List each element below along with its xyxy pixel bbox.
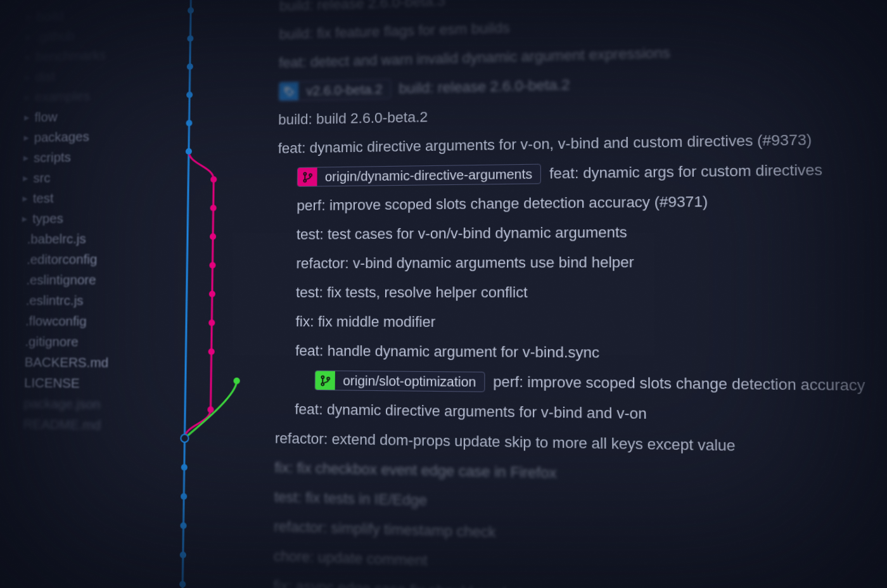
chevron-right-icon: ▶ [22, 175, 29, 181]
ref-pill[interactable]: v2.6.0-beta.2 [279, 79, 392, 101]
tree-item-label: .babelrc.js [27, 231, 86, 247]
commit-row[interactable]: test: fix tests, resolve helper conflict [161, 277, 887, 308]
commit-message: chore: update comment [274, 547, 428, 570]
commit-message: feat: dynamic directive arguments for v-… [295, 400, 647, 423]
ref-pill-label: v2.6.0-beta.2 [298, 82, 390, 99]
svg-point-28 [321, 383, 324, 385]
tree-item-label: .github [36, 28, 75, 44]
tree-folder-src[interactable]: ▶src [8, 166, 163, 189]
commit-message: build: fix feature flags for esm builds [279, 20, 509, 43]
commit-message: fix: fix middle modifier [295, 313, 435, 331]
tree-item-label: package.json [23, 395, 101, 412]
tree-item-label: scripts [34, 150, 71, 165]
commit-message: feat: dynamic args for custom directives [549, 161, 822, 182]
chevron-right-icon: ▶ [23, 134, 29, 141]
svg-point-24 [303, 172, 306, 175]
tree-item-label: .eslintignore [26, 272, 96, 287]
tree-file-readme-md[interactable]: README.md [3, 413, 160, 437]
tree-item-label: .gitignore [25, 334, 79, 350]
tree-folder-test[interactable]: ▶test [7, 186, 163, 208]
tree-item-label: .flowconfig [25, 313, 87, 329]
tree-item-label: examples [35, 88, 90, 105]
commit-message: refactor: simplify timestamp check [274, 518, 495, 542]
commit-message: test: fix tests, resolve helper conflict [296, 284, 528, 302]
tree-folder-scripts[interactable]: ▶scripts [8, 145, 164, 168]
commit-message: feat: detect and warn invalid dynamic ar… [279, 44, 670, 72]
tree-item-label: README.md [23, 416, 101, 433]
tree-file-package-json[interactable]: package.json [3, 393, 160, 416]
commit-row[interactable]: test: test cases for v-on/v-bind dynamic… [162, 215, 887, 250]
tree-folder-examples[interactable]: ▶examples [10, 84, 165, 108]
svg-point-29 [327, 377, 329, 380]
git-history-panel: build: release 2.6.0-beta.3build: fix fe… [156, 0, 887, 588]
tree-item-label: test [33, 191, 54, 206]
commit-message: feat: handle dynamic argument for v-bind… [295, 342, 599, 362]
file-tree-sidebar: ▶build▶.github▶benchmarks▶dist▶examples▶… [0, 0, 166, 588]
ref-pill-label: origin/dynamic-directive-arguments [317, 166, 540, 184]
commit-message: feat: dynamic directive arguments for v-… [278, 131, 812, 157]
commit-message: perf: improve scoped slots change detect… [297, 193, 708, 214]
git-branch-icon [316, 370, 335, 390]
ref-pill[interactable]: origin/dynamic-directive-arguments [297, 164, 541, 187]
chevron-right-icon: ▶ [23, 114, 30, 120]
commit-message: perf: improve scoped slots change detect… [493, 373, 865, 395]
tree-item-label: packages [34, 129, 89, 145]
tree-file--babelrc-js[interactable]: .babelrc.js [6, 228, 163, 250]
tree-item-label: flow [34, 109, 57, 125]
tree-item-label: src [33, 170, 50, 185]
tree-file-backers-md[interactable]: BACKERS.md [4, 352, 161, 374]
tree-item-label: types [32, 211, 63, 227]
chevron-right-icon: ▶ [25, 34, 32, 40]
commit-row[interactable]: fix: fix middle modifier [161, 307, 887, 340]
tree-item-label: build [37, 8, 64, 24]
tree-item-label: dist [35, 69, 56, 85]
commit-list: build: release 2.6.0-beta.3build: fix fe… [156, 0, 887, 588]
svg-point-25 [303, 179, 306, 182]
commit-message: build: build 2.6.0-beta.2 [278, 108, 428, 128]
tree-folder-types[interactable]: ▶types [7, 207, 163, 229]
tree-file--gitignore[interactable]: .gitignore [4, 331, 161, 353]
tree-file-license[interactable]: LICENSE [3, 372, 160, 394]
svg-point-26 [309, 174, 312, 176]
git-branch-icon [298, 167, 317, 187]
commit-message: build: release 2.6.0-beta.2 [399, 76, 570, 97]
tree-folder-packages[interactable]: ▶packages [8, 125, 164, 148]
tree-file--eslintrc-js[interactable]: .eslintrc.js [5, 290, 162, 311]
tag-icon [279, 81, 299, 101]
commit-message: test: fix tests in IE/Edge [274, 489, 427, 509]
tree-item-label: LICENSE [24, 375, 80, 391]
app-root: ▶build▶.github▶benchmarks▶dist▶examples▶… [0, 0, 887, 588]
tree-item-label: .eslintrc.js [26, 293, 84, 308]
tree-file--editorconfig[interactable]: .editorconfig [6, 248, 162, 269]
svg-point-23 [286, 89, 288, 90]
chevron-right-icon: ▶ [23, 155, 29, 161]
tree-item-label: benchmarks [35, 48, 106, 65]
tree-item-label: .editorconfig [27, 252, 98, 267]
chevron-right-icon: ▶ [25, 54, 31, 60]
commit-message: test: test cases for v-on/v-bind dynamic… [297, 224, 627, 243]
svg-point-27 [321, 376, 324, 378]
ref-pill-label: origin/slot-optimization [335, 373, 485, 390]
tree-folder-flow[interactable]: ▶flow [9, 105, 164, 128]
ref-pill[interactable]: origin/slot-optimization [315, 370, 485, 392]
commit-row[interactable]: refactor: v-bind dynamic arguments use b… [162, 246, 887, 278]
commit-message: build: release 2.6.0-beta.3 [279, 0, 445, 15]
chevron-right-icon: ▶ [25, 14, 32, 20]
tree-file--flowconfig[interactable]: .flowconfig [4, 310, 161, 331]
tree-file--eslintignore[interactable]: .eslintignore [5, 269, 162, 290]
chevron-right-icon: ▶ [24, 94, 30, 100]
commit-message: fix: fix checkbox event edge case in Fir… [274, 459, 556, 483]
commit-message: refactor: extend dom-props update skip t… [275, 430, 736, 455]
commit-message: refactor: v-bind dynamic arguments use b… [296, 253, 634, 272]
tree-item-label: BACKERS.md [25, 354, 109, 371]
chevron-right-icon: ▶ [22, 215, 28, 222]
chevron-right-icon: ▶ [22, 195, 28, 201]
chevron-right-icon: ▶ [24, 74, 30, 80]
